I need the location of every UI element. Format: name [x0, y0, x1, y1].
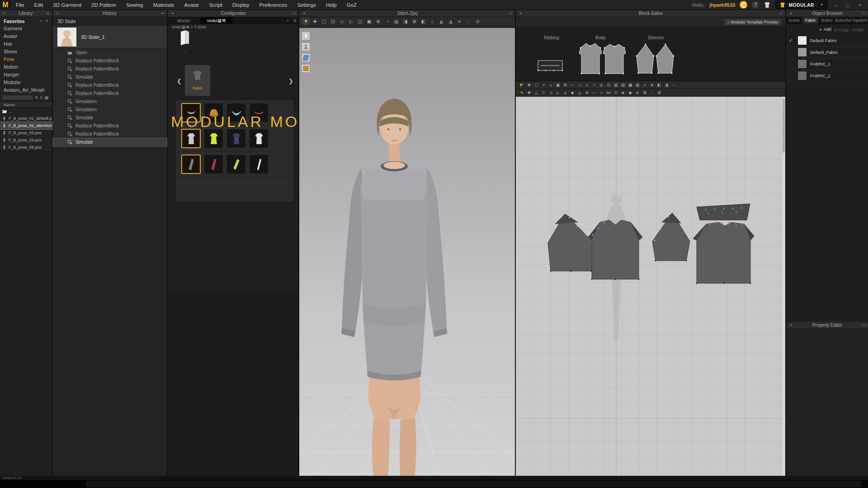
pattern-2d-canvas[interactable]: [516, 97, 785, 476]
pattern-tool-icon[interactable]: ⋯: [670, 82, 677, 88]
pattern-tool-icon[interactable]: ◬: [576, 90, 583, 96]
pattern-tool-icon[interactable]: △: [533, 90, 539, 96]
modular-mode-button[interactable]: MODULAR ▼: [775, 0, 827, 9]
name-column-header[interactable]: Name: [0, 101, 52, 108]
viewport-tool-icon[interactable]: ▷: [347, 18, 355, 25]
pattern-tool-icon[interactable]: ≡: [642, 82, 648, 88]
menu-3d-garment[interactable]: 3D Garment: [48, 0, 86, 10]
copy-fabric-button[interactable]: ⊡ Copy: [834, 27, 849, 32]
minimize-button[interactable]: –: [832, 2, 840, 8]
history-item[interactable]: Replace PatternBlock: [53, 130, 167, 138]
sidebar-item-motion[interactable]: Motion: [0, 63, 52, 71]
search-icon[interactable]: 🔍︎: [35, 95, 39, 100]
viewport-tool-icon[interactable]: ◌: [465, 18, 472, 25]
carousel-prev-icon[interactable]: ❮: [177, 78, 182, 84]
menu-file[interactable]: File: [11, 0, 29, 10]
tab-blocks[interactable]: Blocks: [168, 17, 200, 23]
viewport-tool-icon[interactable]: ◇: [338, 18, 346, 25]
workspace-scrollbar[interactable]: [782, 97, 785, 476]
sidebar-item-hair[interactable]: Hair: [0, 40, 52, 48]
viewport-tool-icon[interactable]: ◨: [401, 18, 409, 25]
tab-button[interactable]: Button: [819, 17, 835, 23]
tab-list-icon[interactable]: ≣: [291, 17, 298, 23]
tab-buttonhole[interactable]: Buttonhole: [835, 17, 852, 23]
modular-template-presets-button[interactable]: ⌂ Modular Template Presets: [724, 19, 782, 26]
pattern-tool-icon[interactable]: ▤: [613, 82, 619, 88]
viewport-tool-icon[interactable]: ▣: [365, 18, 373, 25]
menu-edit[interactable]: Edit: [29, 0, 48, 10]
viewport-tool-icon[interactable]: ▼: [302, 18, 310, 25]
history-item-selected[interactable]: Simulate: [53, 138, 167, 146]
menu-goz[interactable]: GoZ: [342, 0, 362, 10]
viewport-3d-canvas[interactable]: [299, 28, 515, 476]
viewport-tool-icon[interactable]: ◮: [447, 18, 454, 25]
history-item[interactable]: Replace PatternBlock: [53, 57, 167, 65]
pattern-tool-icon[interactable]: ⊡: [605, 82, 612, 88]
chevron-down-icon[interactable]: ▼: [817, 3, 824, 7]
property-editor-header[interactable]: ◄ Property Editor ⊡: [786, 322, 868, 329]
sidebar-item-modular[interactable]: Modular: [0, 79, 52, 86]
search-input[interactable]: [2, 95, 33, 100]
library-favorites-row[interactable]: Favorites ＋ ↰: [0, 17, 52, 25]
assign-fabric-button[interactable]: Assign: [851, 27, 864, 32]
block-thumb-sleeve-lime[interactable]: [226, 155, 246, 174]
block-thumb-sleeve-selected[interactable]: [181, 155, 201, 174]
history-item[interactable]: Replace PatternBlock: [53, 81, 167, 89]
category-card-basic[interactable]: Basic: [185, 65, 210, 96]
pose-view-toggle[interactable]: [302, 64, 310, 73]
fabric-row-fabric1[interactable]: FABRIC_1: [786, 58, 868, 70]
up-folder-item[interactable]: ..: [175, 30, 195, 52]
app-logo[interactable]: M: [0, 0, 11, 10]
pattern-tool-icon[interactable]: ◉: [627, 90, 633, 96]
view-mode-icon[interactable]: ▦: [45, 95, 48, 100]
help-icon[interactable]: ?: [752, 1, 759, 9]
dock-arrow-icon[interactable]: ◄: [788, 323, 793, 327]
sidebar-item-avatar[interactable]: Avatar: [0, 33, 52, 40]
pattern-tool-icon[interactable]: ◈: [620, 90, 626, 96]
popout-icon[interactable]: ⊡: [778, 11, 783, 15]
block-thumb-body-lime[interactable]: [204, 129, 223, 148]
pattern-tool-icon[interactable]: ⊿: [562, 90, 568, 96]
pattern-tool-icon[interactable]: ⊗: [584, 90, 590, 96]
pattern-tool-icon[interactable]: ↘: [547, 82, 554, 88]
viewport-tool-icon[interactable]: ◧: [420, 18, 427, 25]
block-thumb-body-navy[interactable]: 3: [226, 129, 246, 148]
fabric-view-toggle[interactable]: [302, 53, 310, 62]
history-state-row[interactable]: 3D State_1: [53, 25, 167, 49]
viewport-tool-icon[interactable]: ✚: [311, 18, 319, 25]
viewport-tool-icon[interactable]: ≡: [456, 18, 463, 25]
viewport-tool-icon[interactable]: ⌂: [429, 18, 436, 25]
dock-arrow-icon[interactable]: ◄: [45, 11, 50, 15]
menu-help[interactable]: Help: [321, 0, 342, 10]
history-item[interactable]: Simulate: [53, 73, 167, 81]
menu-settings[interactable]: Settings: [292, 0, 321, 10]
menu-preferences[interactable]: Preferences: [255, 0, 292, 10]
pattern-tool-icon[interactable]: ⊕: [649, 82, 655, 88]
popout-icon[interactable]: ⊡: [861, 323, 866, 327]
file-row-pose-02-selected[interactable]: F_B_pose_02_attention.pos: [0, 122, 52, 129]
add-favorite-icon[interactable]: ＋: [36, 18, 42, 24]
back-icon[interactable]: ↰: [42, 19, 48, 23]
close-button[interactable]: ×: [856, 2, 863, 8]
connect-coin-icon[interactable]: [740, 1, 747, 9]
dock-arrow-icon[interactable]: ◄: [301, 11, 307, 15]
viewport-tool-icon[interactable]: ◫: [356, 18, 364, 25]
sidebar-item-garment[interactable]: Garment: [0, 25, 52, 33]
menu-display[interactable]: Display: [227, 0, 255, 10]
menu-avatar[interactable]: Avatar: [179, 0, 204, 10]
add-tab-icon[interactable]: ＋: [283, 17, 291, 23]
history-item-open[interactable]: Open: [53, 49, 167, 57]
pattern-tool-icon[interactable]: ✚: [526, 82, 532, 88]
garment-icon[interactable]: [764, 1, 771, 9]
dock-arrow-icon[interactable]: ◄: [518, 11, 523, 15]
fabric-row-default-fabric[interactable]: Default_Fabric: [786, 47, 868, 58]
dock-arrow-icon[interactable]: ◄: [788, 11, 793, 15]
viewport-tool-icon[interactable]: ◭: [438, 18, 445, 25]
menu-materials[interactable]: Materials: [148, 0, 179, 10]
tab-scene[interactable]: Scene: [786, 17, 802, 23]
pattern-tool-icon[interactable]: ◎: [598, 82, 604, 88]
tab-topstitch[interactable]: Topstitch: [852, 17, 868, 23]
viewport-tool-icon[interactable]: ◳: [329, 18, 337, 25]
sidebar-item-shoes[interactable]: Shoes: [0, 48, 52, 56]
file-row-pose-04[interactable]: F_B_pose_04.pos: [0, 136, 52, 144]
